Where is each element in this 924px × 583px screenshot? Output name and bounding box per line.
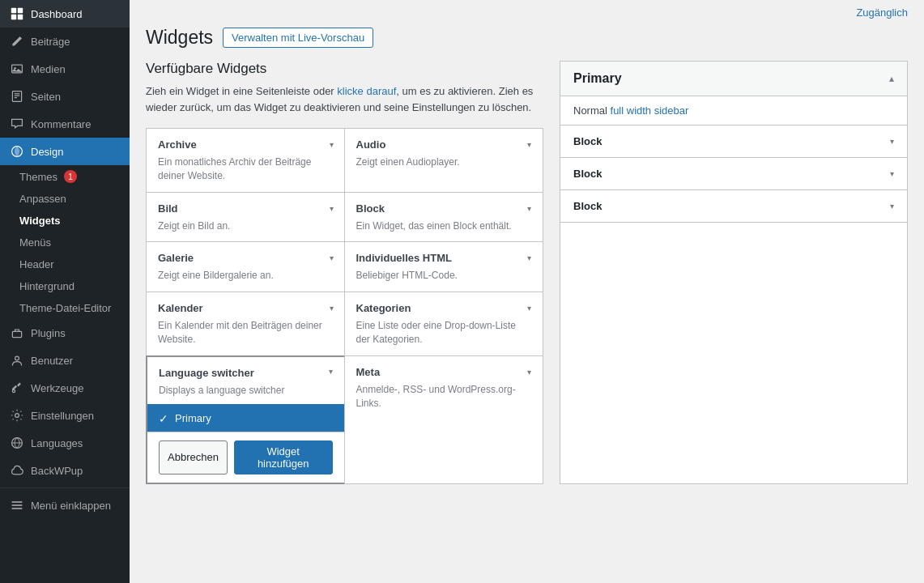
block-label-1: Block [573,135,602,147]
chevron-down-icon: ▾ [527,304,531,313]
header-label: Header [19,258,54,270]
widget-html-header: Individuelles HTML ▾ [356,252,532,264]
menues-label: Menüs [19,236,51,249]
top-bar: Zugänglich [130,0,924,19]
widget-galerie-header: Galerie ▾ [158,252,334,264]
primary-desc: Normal full width sidebar [560,96,907,126]
add-widget-button[interactable]: Widget hinzufügen [234,440,333,474]
widgets-grid: Archive ▾ Ein monatliches Archiv der Bei… [146,128,543,484]
svg-rect-17 [12,501,23,503]
widget-audio-title: Audio [356,138,386,151]
widget-block[interactable]: Block ▾ Ein Widget, das einen Block enth… [344,192,544,244]
sidebar-item-dashboard[interactable]: Dashboard [0,0,130,28]
widget-archive[interactable]: Archive ▾ Ein monatliches Archiv der Bei… [146,128,346,194]
sidebar-item-werkzeuge[interactable]: Werkzeuge [0,374,130,402]
widget-language-switcher-title: Language switcher [159,367,254,379]
widget-meta-header: Meta ▾ [356,366,532,378]
sidebar-item-beitraege[interactable]: Beiträge [0,28,130,55]
full-width-sidebar-link[interactable]: full width sidebar [611,104,689,117]
chevron-down-icon: ▾ [527,368,531,377]
sidebar-item-hintergrund[interactable]: Hintergrund [0,275,130,297]
chevron-down-icon: ▾ [330,204,334,213]
sidebar: Dashboard Beiträge Medien Seiten Komment… [0,0,130,583]
block-item-header-2[interactable]: Block ▾ [560,158,907,189]
widget-audio-header: Audio ▾ [356,138,532,151]
block-item-1: Block ▾ [560,126,907,158]
checkmark-icon: ✓ [159,412,168,425]
widget-archive-title: Archive [158,138,197,151]
block-item-3: Block ▾ [560,190,907,223]
widget-individuelles-html[interactable]: Individuelles HTML ▾ Beliebiger HTML-Cod… [344,241,544,293]
widget-kalender[interactable]: Kalender ▾ Ein Kalender mit den Beiträge… [146,292,346,357]
widget-block-desc: Ein Widget, das einen Block enthält. [356,219,532,233]
sidebar-item-theme-datei-editor[interactable]: Theme-Datei-Editor [0,297,130,319]
chevron-down-icon: ▾ [330,304,334,313]
sidebar-item-plugins[interactable]: Plugins [0,319,130,347]
widget-bild-desc: Zeigt ein Bild an. [158,219,334,233]
widget-kategorien[interactable]: Kategorien ▾ Eine Liste oder eine Drop-d… [344,292,544,357]
widget-galerie[interactable]: Galerie ▾ Zeigt eine Bildergalerie an. [146,241,346,293]
live-preview-button[interactable]: Verwalten mit Live-Vorschau [223,28,373,48]
widget-kategorien-title: Kategorien [356,302,411,314]
sidebar-item-label: Einstellungen [31,410,94,422]
click-link[interactable]: klicke darauf [337,85,396,97]
widget-language-switcher-desc: Displays a language switcher [159,384,333,398]
sidebar-item-widgets[interactable]: Widgets [0,210,130,232]
widget-galerie-desc: Zeigt eine Bildergalerie an. [158,269,334,283]
widget-bild[interactable]: Bild ▾ Zeigt ein Bild an. [146,192,346,244]
widget-meta[interactable]: Meta ▾ Anmelde-, RSS- und WordPress.org-… [344,355,544,484]
svg-rect-2 [11,15,16,19]
sidebar-item-backwpup[interactable]: BackWPup [0,457,130,484]
sidebar-item-einstellungen[interactable]: Einstellungen [0,402,130,429]
sidebar-item-seiten[interactable]: Seiten [0,83,130,110]
widget-meta-title: Meta [356,366,381,378]
sidebar-item-themes[interactable]: Themes 1 [0,165,130,188]
zugaenglich-link[interactable]: Zugänglich [856,6,908,19]
design-submenu: Themes 1 Anpassen Widgets Menüs Header H… [0,165,130,319]
widget-bild-title: Bild [158,202,178,215]
chevron-up-icon[interactable]: ▴ [889,73,894,84]
primary-panel: Primary ▴ Normal full width sidebar Bloc… [560,61,908,484]
themes-label: Themes [19,171,57,183]
tools-icon [10,381,24,395]
sidebar-item-label: Medien [31,63,66,75]
content-area: Verfügbare Widgets Zieh ein Widget in ei… [130,61,924,500]
cancel-button[interactable]: Abbrechen [159,440,228,474]
dashboard-icon [10,6,24,21]
sidebar-item-anpassen[interactable]: Anpassen [0,188,130,210]
chevron-down-icon: ▾ [527,204,531,213]
widget-meta-desc: Anmelde-, RSS- und WordPress.org-Links. [356,383,532,411]
sidebar-item-label: Beiträge [31,36,70,48]
block-label-3: Block [573,200,602,212]
sidebar-item-kommentare[interactable]: Kommentare [0,110,130,138]
primary-title: Primary [573,71,622,86]
sidebar-item-header[interactable]: Header [0,253,130,275]
backup-icon [10,463,24,478]
chevron-down-icon: ▾ [890,137,894,146]
sidebar-collapse-menu[interactable]: Menü einklappen [0,492,130,519]
sidebar-item-label: Design [31,146,63,158]
widget-audio[interactable]: Audio ▾ Zeigt einen Audioplayer. [344,128,544,194]
widget-bild-header: Bild ▾ [158,202,334,215]
sidebar-item-medien[interactable]: Medien [0,55,130,83]
sidebar-item-languages[interactable]: Languages [0,429,130,457]
svg-rect-18 [12,504,23,506]
sidebar-item-label: BackWPup [31,465,83,477]
block-item-header-1[interactable]: Block ▾ [560,126,907,157]
block-item-header-3[interactable]: Block ▾ [560,190,907,222]
edit-icon [10,34,24,49]
widget-block-header: Block ▾ [356,202,532,215]
sidebar-item-design[interactable]: Design [0,138,130,165]
sidebar-item-benutzer[interactable]: Benutzer [0,347,130,374]
widgets-label: Widgets [19,215,60,227]
widget-galerie-title: Galerie [158,252,194,264]
primary-option-label: Primary [175,412,211,424]
widget-language-switcher[interactable]: Language switcher ▴ Displays a language … [146,355,346,484]
widget-actions: Abbrechen Widget hinzufügen [147,432,344,483]
sidebar-separator [0,487,130,488]
svg-point-14 [15,414,19,418]
svg-rect-0 [11,8,16,13]
sidebar-item-label: Benutzer [31,355,73,367]
primary-option[interactable]: ✓ Primary [147,404,344,433]
sidebar-item-menues[interactable]: Menüs [0,232,130,253]
